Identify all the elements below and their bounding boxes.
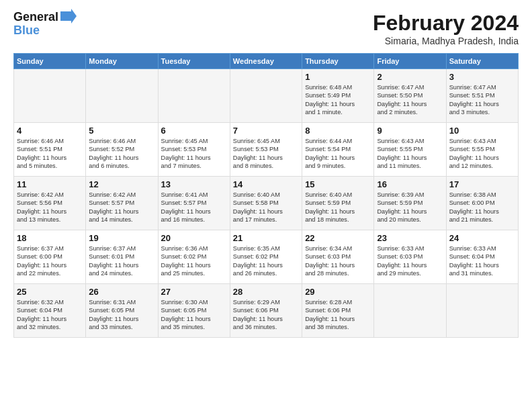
day-number: 2 xyxy=(377,72,443,82)
logo-blue: Blue xyxy=(13,24,77,36)
week-row-3: 11Sunrise: 6:42 AM Sunset: 5:56 PM Dayli… xyxy=(14,177,519,230)
day-info: Sunrise: 6:48 AM Sunset: 5:49 PM Dayligh… xyxy=(305,83,371,117)
day-info: Sunrise: 6:31 AM Sunset: 6:05 PM Dayligh… xyxy=(89,298,154,332)
day-info: Sunrise: 6:40 AM Sunset: 5:58 PM Dayligh… xyxy=(233,191,299,224)
page: General Blue February 2024 Simaria, Madh… xyxy=(0,0,532,411)
day-cell: 8Sunrise: 6:44 AM Sunset: 5:54 PM Daylig… xyxy=(302,123,374,177)
day-cell: 6Sunrise: 6:45 AM Sunset: 5:53 PM Daylig… xyxy=(158,123,230,177)
calendar-table: SundayMondayTuesdayWednesdayThursdayFrid… xyxy=(13,53,519,338)
day-cell: 13Sunrise: 6:41 AM Sunset: 5:57 PM Dayli… xyxy=(158,177,230,230)
day-info: Sunrise: 6:32 AM Sunset: 6:04 PM Dayligh… xyxy=(17,298,83,332)
day-number: 10 xyxy=(449,126,515,136)
day-number: 4 xyxy=(17,126,83,136)
day-number: 28 xyxy=(233,287,299,297)
day-cell: 29Sunrise: 6:28 AM Sunset: 6:06 PM Dayli… xyxy=(302,284,374,338)
day-cell: 4Sunrise: 6:46 AM Sunset: 5:51 PM Daylig… xyxy=(14,123,86,177)
day-cell: 15Sunrise: 6:40 AM Sunset: 5:59 PM Dayli… xyxy=(302,177,374,230)
logo-general: General xyxy=(13,10,58,24)
month-title: February 2024 xyxy=(373,11,519,36)
day-cell: 19Sunrise: 6:37 AM Sunset: 6:01 PM Dayli… xyxy=(86,230,158,284)
day-cell xyxy=(374,284,446,338)
day-number: 12 xyxy=(89,179,154,189)
day-cell: 1Sunrise: 6:48 AM Sunset: 5:49 PM Daylig… xyxy=(302,69,374,123)
day-info: Sunrise: 6:34 AM Sunset: 6:03 PM Dayligh… xyxy=(305,244,371,278)
day-info: Sunrise: 6:44 AM Sunset: 5:54 PM Dayligh… xyxy=(305,137,371,171)
day-number: 13 xyxy=(161,179,227,189)
svg-marker-0 xyxy=(60,9,77,24)
day-info: Sunrise: 6:37 AM Sunset: 6:00 PM Dayligh… xyxy=(17,244,83,278)
day-number: 24 xyxy=(449,233,515,243)
day-cell xyxy=(14,69,86,123)
day-number: 22 xyxy=(305,233,371,243)
day-number: 3 xyxy=(449,72,515,82)
day-info: Sunrise: 6:29 AM Sunset: 6:06 PM Dayligh… xyxy=(233,298,299,332)
day-number: 27 xyxy=(161,287,227,297)
day-info: Sunrise: 6:46 AM Sunset: 5:52 PM Dayligh… xyxy=(89,137,154,171)
location: Simaria, Madhya Pradesh, India xyxy=(373,36,519,46)
day-cell: 3Sunrise: 6:47 AM Sunset: 5:51 PM Daylig… xyxy=(446,69,518,123)
week-row-2: 4Sunrise: 6:46 AM Sunset: 5:51 PM Daylig… xyxy=(14,123,519,177)
day-info: Sunrise: 6:33 AM Sunset: 6:04 PM Dayligh… xyxy=(449,244,515,278)
day-number: 23 xyxy=(377,233,443,243)
day-info: Sunrise: 6:36 AM Sunset: 6:02 PM Dayligh… xyxy=(161,244,227,278)
day-cell xyxy=(86,69,158,123)
col-header-saturday: Saturday xyxy=(446,54,518,69)
col-header-tuesday: Tuesday xyxy=(158,54,230,69)
day-cell: 20Sunrise: 6:36 AM Sunset: 6:02 PM Dayli… xyxy=(158,230,230,284)
day-info: Sunrise: 6:37 AM Sunset: 6:01 PM Dayligh… xyxy=(89,244,154,278)
day-info: Sunrise: 6:45 AM Sunset: 5:53 PM Dayligh… xyxy=(233,137,299,171)
day-cell xyxy=(446,284,518,338)
day-number: 19 xyxy=(89,233,154,243)
day-cell: 16Sunrise: 6:39 AM Sunset: 5:59 PM Dayli… xyxy=(374,177,446,230)
day-cell: 18Sunrise: 6:37 AM Sunset: 6:00 PM Dayli… xyxy=(14,230,86,284)
day-cell: 28Sunrise: 6:29 AM Sunset: 6:06 PM Dayli… xyxy=(230,284,302,338)
calendar-header-row: SundayMondayTuesdayWednesdayThursdayFrid… xyxy=(14,54,519,69)
day-cell: 11Sunrise: 6:42 AM Sunset: 5:56 PM Dayli… xyxy=(14,177,86,230)
day-number: 7 xyxy=(233,126,299,136)
day-cell: 14Sunrise: 6:40 AM Sunset: 5:58 PM Dayli… xyxy=(230,177,302,230)
col-header-monday: Monday xyxy=(86,54,158,69)
day-info: Sunrise: 6:28 AM Sunset: 6:06 PM Dayligh… xyxy=(305,298,371,332)
day-info: Sunrise: 6:35 AM Sunset: 6:02 PM Dayligh… xyxy=(233,244,299,278)
day-cell: 23Sunrise: 6:33 AM Sunset: 6:03 PM Dayli… xyxy=(374,230,446,284)
day-number: 20 xyxy=(161,233,227,243)
day-number: 1 xyxy=(305,72,371,82)
day-cell xyxy=(230,69,302,123)
day-info: Sunrise: 6:47 AM Sunset: 5:50 PM Dayligh… xyxy=(377,83,443,117)
day-number: 17 xyxy=(449,179,515,189)
day-number: 8 xyxy=(305,126,371,136)
col-header-sunday: Sunday xyxy=(14,54,86,69)
day-info: Sunrise: 6:43 AM Sunset: 5:55 PM Dayligh… xyxy=(377,137,443,171)
day-cell: 26Sunrise: 6:31 AM Sunset: 6:05 PM Dayli… xyxy=(86,284,158,338)
logo-icon xyxy=(60,9,77,24)
col-header-friday: Friday xyxy=(374,54,446,69)
week-row-5: 25Sunrise: 6:32 AM Sunset: 6:04 PM Dayli… xyxy=(14,284,519,338)
day-number: 16 xyxy=(377,179,443,189)
day-number: 15 xyxy=(305,179,371,189)
day-info: Sunrise: 6:41 AM Sunset: 5:57 PM Dayligh… xyxy=(161,191,227,224)
day-info: Sunrise: 6:39 AM Sunset: 5:59 PM Dayligh… xyxy=(377,191,443,224)
day-number: 21 xyxy=(233,233,299,243)
day-cell: 25Sunrise: 6:32 AM Sunset: 6:04 PM Dayli… xyxy=(14,284,86,338)
day-cell: 7Sunrise: 6:45 AM Sunset: 5:53 PM Daylig… xyxy=(230,123,302,177)
day-info: Sunrise: 6:40 AM Sunset: 5:59 PM Dayligh… xyxy=(305,191,371,224)
day-cell: 9Sunrise: 6:43 AM Sunset: 5:55 PM Daylig… xyxy=(374,123,446,177)
day-info: Sunrise: 6:33 AM Sunset: 6:03 PM Dayligh… xyxy=(377,244,443,278)
col-header-thursday: Thursday xyxy=(302,54,374,69)
day-number: 18 xyxy=(17,233,83,243)
day-cell: 24Sunrise: 6:33 AM Sunset: 6:04 PM Dayli… xyxy=(446,230,518,284)
day-info: Sunrise: 6:46 AM Sunset: 5:51 PM Dayligh… xyxy=(17,137,83,171)
day-cell: 21Sunrise: 6:35 AM Sunset: 6:02 PM Dayli… xyxy=(230,230,302,284)
day-cell: 17Sunrise: 6:38 AM Sunset: 6:00 PM Dayli… xyxy=(446,177,518,230)
day-cell: 22Sunrise: 6:34 AM Sunset: 6:03 PM Dayli… xyxy=(302,230,374,284)
day-info: Sunrise: 6:45 AM Sunset: 5:53 PM Dayligh… xyxy=(161,137,227,171)
title-block: February 2024 Simaria, Madhya Pradesh, I… xyxy=(373,11,519,46)
day-cell: 27Sunrise: 6:30 AM Sunset: 6:05 PM Dayli… xyxy=(158,284,230,338)
day-number: 14 xyxy=(233,179,299,189)
day-info: Sunrise: 6:42 AM Sunset: 5:57 PM Dayligh… xyxy=(89,191,154,224)
day-number: 25 xyxy=(17,287,83,297)
day-info: Sunrise: 6:47 AM Sunset: 5:51 PM Dayligh… xyxy=(449,83,515,117)
week-row-1: 1Sunrise: 6:48 AM Sunset: 5:49 PM Daylig… xyxy=(14,69,519,123)
day-cell: 12Sunrise: 6:42 AM Sunset: 5:57 PM Dayli… xyxy=(86,177,158,230)
day-info: Sunrise: 6:38 AM Sunset: 6:00 PM Dayligh… xyxy=(449,191,515,224)
